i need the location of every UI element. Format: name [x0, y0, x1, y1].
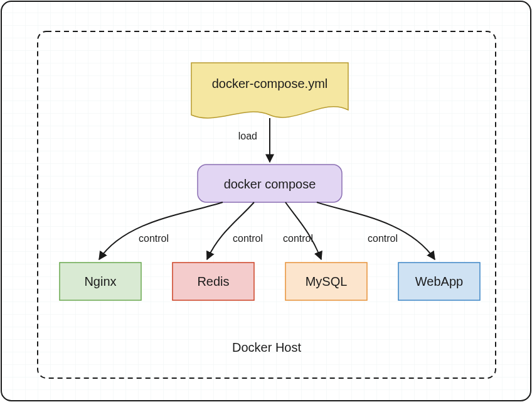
node-webapp: WebApp	[398, 263, 480, 300]
docker-host-label: Docker Host	[232, 340, 301, 354]
node-docker-compose: docker compose	[198, 165, 342, 202]
file-label: docker-compose.yml	[212, 77, 328, 90]
edge-control-label-3: control	[283, 233, 313, 244]
node-mysql: MySQL	[285, 263, 367, 300]
webapp-label: WebApp	[415, 274, 463, 288]
edge-load-label: load	[238, 131, 257, 141]
edge-control-label-4: control	[368, 233, 398, 244]
mysql-label: MySQL	[306, 274, 348, 288]
compose-label: docker compose	[224, 177, 316, 191]
node-nginx: Nginx	[60, 263, 141, 300]
node-redis: Redis	[173, 263, 254, 300]
redis-label: Redis	[197, 274, 229, 288]
edge-control-label-2: control	[233, 233, 263, 244]
docker-architecture-diagram: Docker Host docker-compose.yml load dock…	[0, 0, 532, 402]
edge-control-label-1: control	[139, 233, 169, 244]
nginx-label: Nginx	[84, 274, 116, 288]
